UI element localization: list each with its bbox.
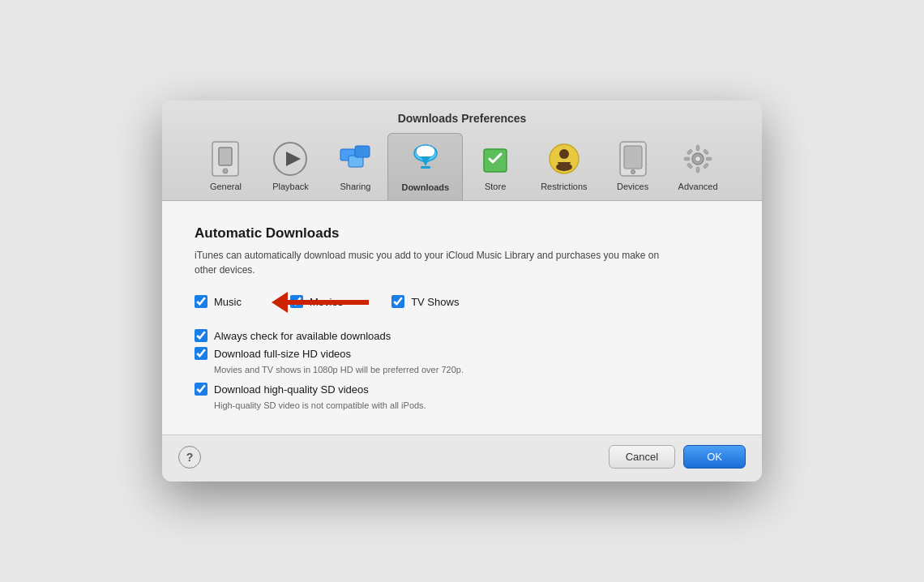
dialog-title: Downloads Preferences xyxy=(162,112,762,125)
svg-point-19 xyxy=(631,170,635,174)
tab-store-label: Store xyxy=(485,182,506,191)
tab-restrictions-label: Restrictions xyxy=(541,182,587,191)
toolbar: General Playback xyxy=(162,133,762,200)
tab-general[interactable]: General xyxy=(193,133,258,200)
svg-rect-24 xyxy=(684,157,690,160)
sd-videos-label[interactable]: Download high-quality SD videos xyxy=(214,383,369,396)
tab-restrictions[interactable]: Restrictions xyxy=(528,133,600,200)
svg-rect-25 xyxy=(706,157,712,160)
downloads-icon xyxy=(406,140,445,179)
svg-rect-29 xyxy=(703,163,709,169)
hd-videos-subdesc: Movies and TV shows in 1080p HD will be … xyxy=(214,365,729,374)
section-title: Automatic Downloads xyxy=(195,225,729,242)
tab-sharing-label: Sharing xyxy=(340,182,370,191)
tab-downloads-label: Downloads xyxy=(401,182,449,192)
tab-downloads[interactable]: Downloads xyxy=(387,133,463,200)
option-hd-videos: Download full-size HD videos Movies and … xyxy=(195,347,729,374)
footer-buttons: Cancel OK xyxy=(609,445,746,469)
devices-icon xyxy=(614,139,652,178)
music-checkbox[interactable] xyxy=(195,295,207,308)
svg-point-14 xyxy=(559,149,569,159)
inline-checkboxes: Music Movies TV Shows xyxy=(195,295,729,313)
svg-rect-26 xyxy=(687,149,693,156)
arrow-indicator xyxy=(272,290,369,318)
tvshows-checkbox[interactable] xyxy=(391,295,404,308)
playback-icon xyxy=(271,139,310,178)
section-description: iTunes can automatically download music … xyxy=(195,248,665,277)
title-bar: Downloads Preferences General xyxy=(162,101,762,201)
svg-point-2 xyxy=(223,169,228,173)
tvshows-checkbox-row: TV Shows xyxy=(391,295,459,308)
svg-marker-30 xyxy=(272,292,369,313)
svg-point-21 xyxy=(695,156,701,162)
tab-store[interactable]: Store xyxy=(463,133,528,200)
tab-playback-label: Playback xyxy=(272,182,309,191)
svg-point-9 xyxy=(416,145,435,158)
hd-videos-row: Download full-size HD videos xyxy=(195,347,729,360)
sharing-icon xyxy=(336,139,374,178)
footer: ? Cancel OK xyxy=(162,434,762,481)
downloads-preferences-dialog: Downloads Preferences General xyxy=(162,101,762,481)
svg-rect-22 xyxy=(696,145,699,151)
svg-rect-27 xyxy=(703,149,709,156)
svg-rect-1 xyxy=(219,148,232,165)
svg-rect-18 xyxy=(624,146,642,169)
svg-point-16 xyxy=(556,163,572,171)
music-label[interactable]: Music xyxy=(214,296,242,308)
music-checkbox-row: Music xyxy=(195,295,242,308)
svg-rect-7 xyxy=(355,146,370,157)
general-icon xyxy=(206,139,245,178)
tab-devices-label: Devices xyxy=(617,182,648,191)
tab-advanced-label: Advanced xyxy=(678,182,718,191)
svg-rect-23 xyxy=(696,167,699,173)
help-button[interactable]: ? xyxy=(178,446,201,469)
sd-videos-row: Download high-quality SD videos xyxy=(195,383,729,396)
check-downloads-checkbox[interactable] xyxy=(195,329,207,342)
store-icon xyxy=(476,139,515,178)
ok-button[interactable]: OK xyxy=(683,445,746,469)
sd-videos-checkbox[interactable] xyxy=(195,383,207,396)
tab-sharing[interactable]: Sharing xyxy=(323,133,387,200)
option-sd-videos: Download high-quality SD videos High-qua… xyxy=(195,383,729,410)
sd-videos-subdesc: High-quality SD video is not compatible … xyxy=(214,400,729,410)
help-label: ? xyxy=(186,451,194,464)
tvshows-label[interactable]: TV Shows xyxy=(411,296,459,308)
cancel-button[interactable]: Cancel xyxy=(609,445,675,469)
svg-rect-28 xyxy=(687,163,693,169)
content-area: Automatic Downloads iTunes can automatic… xyxy=(162,201,762,434)
tab-general-label: General xyxy=(210,182,242,191)
option-check-downloads: Always check for available downloads xyxy=(195,329,729,342)
hd-videos-label[interactable]: Download full-size HD videos xyxy=(214,348,351,360)
tab-devices[interactable]: Devices xyxy=(601,133,665,200)
check-downloads-label[interactable]: Always check for available downloads xyxy=(214,330,391,342)
restrictions-icon xyxy=(545,139,584,178)
check-downloads-row: Always check for available downloads xyxy=(195,329,729,342)
tab-playback[interactable]: Playback xyxy=(258,133,323,200)
advanced-icon xyxy=(678,139,717,178)
svg-marker-4 xyxy=(286,152,301,166)
hd-videos-checkbox[interactable] xyxy=(195,347,207,360)
svg-rect-11 xyxy=(421,166,430,169)
tab-advanced[interactable]: Advanced xyxy=(665,133,731,200)
